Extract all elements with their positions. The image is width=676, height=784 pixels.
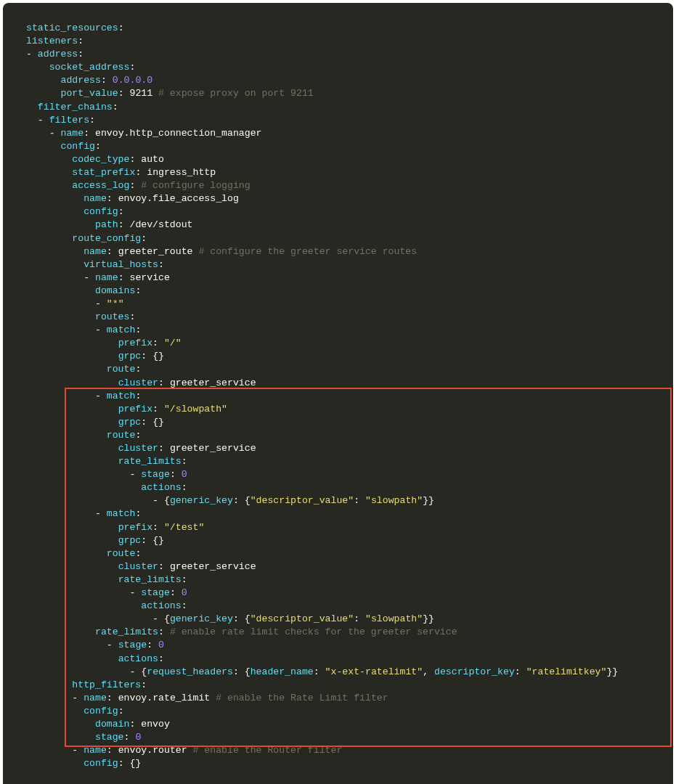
key-config: config [60, 141, 94, 152]
key-listeners: listeners [26, 36, 78, 46]
key-generic-key2: generic_key [170, 613, 233, 624]
key-name2: name [84, 193, 107, 204]
key-grpc2: grpc [118, 417, 142, 428]
val-ratelimitkey: "ratelimitkey" [526, 666, 607, 677]
val-envoy-rate-limit: envoy.rate_limit [118, 693, 211, 703]
key-actions3: actions [118, 653, 158, 664]
key-prefix: prefix [118, 338, 152, 348]
val-stage0b: 0 [182, 587, 187, 598]
key-prefix2: prefix [118, 404, 152, 415]
comment-rate-limit: # enable the Rate Limit filter [216, 693, 388, 703]
key-address: address [38, 49, 78, 60]
key-http-filters: http_filters [72, 679, 141, 690]
key-actions2: actions [141, 600, 181, 611]
val-descriptor-value: "descriptor_value" [251, 495, 354, 506]
val-greeter-service3: greeter_service [170, 561, 256, 572]
key-domain: domain [95, 719, 129, 730]
val-port: 9211 [129, 88, 152, 99]
key-match2: match [107, 391, 136, 401]
val-slowpath2: "slowpath" [365, 613, 423, 624]
key-route-config: route_config [72, 233, 141, 244]
key-name4: name [95, 272, 118, 283]
key-cluster2: cluster [118, 443, 158, 454]
key-path: path [95, 219, 118, 230]
comment-port: # expose proxy on port 9211 [158, 88, 314, 99]
val-greeter-route: greeter_route [118, 246, 193, 257]
key-codec-type: codec_type [72, 154, 129, 165]
val-prefix-root: "/" [164, 338, 182, 348]
key-request-headers: request_headers [147, 666, 233, 677]
key-route2: route [107, 430, 136, 441]
val-greeter-service2: greeter_service [170, 443, 256, 454]
key-stage2: stage [141, 587, 170, 598]
val-stat-prefix: ingress_http [147, 167, 216, 178]
key-static-resources: static_resources [26, 23, 118, 33]
key-name6: name [84, 745, 107, 756]
key-name5: name [84, 693, 107, 703]
val-stage0d: 0 [135, 732, 141, 743]
val-star: "*" [107, 298, 124, 309]
key-match: match [107, 324, 136, 335]
key-domains: domains [95, 285, 135, 296]
key-prefix3: prefix [118, 522, 152, 533]
val-stage0: 0 [182, 469, 187, 480]
key-grpc: grpc [118, 351, 142, 362]
val-service: service [129, 272, 169, 283]
key-address2: address [60, 75, 100, 86]
val-envoy-hcm: envoy.http_connection_manager [95, 128, 262, 139]
key-stat-prefix: stat_prefix [72, 167, 135, 178]
key-rate-limits: rate_limits [118, 456, 182, 467]
key-rate-limits2: rate_limits [118, 574, 182, 585]
val-stage0c: 0 [158, 640, 164, 650]
key-config3: config [84, 706, 118, 716]
key-rate-limits3: rate_limits [95, 626, 158, 637]
key-cluster3: cluster [118, 561, 158, 572]
comment-route-config: # configure the greeter service routes [198, 246, 417, 257]
yaml-code-block: static_resources: listeners: - address: … [3, 3, 673, 784]
key-config4: config [84, 758, 118, 769]
val-codec-type: auto [141, 154, 164, 165]
key-route3: route [107, 548, 136, 559]
key-routes: routes [95, 311, 129, 322]
key-grpc3: grpc [118, 535, 142, 546]
key-socket-address: socket_address [49, 62, 130, 73]
key-access-log: access_log [72, 180, 129, 191]
key-virtual-hosts: virtual_hosts [84, 259, 158, 270]
val-path: /dev/stdout [129, 219, 192, 230]
key-port-value: port_value [60, 88, 118, 99]
val-envoy-fal: envoy.file_access_log [118, 193, 239, 204]
key-filter-chains: filter_chains [38, 102, 113, 113]
key-cluster: cluster [118, 377, 158, 388]
val-prefix-slowpath: "/slowpath" [164, 404, 227, 415]
val-prefix-test: "/test" [164, 522, 204, 533]
key-header-name: header_name [251, 666, 314, 677]
val-slowpath: "slowpath" [365, 495, 423, 506]
val-address: 0.0.0.0 [113, 75, 152, 86]
key-name3: name [84, 246, 107, 257]
key-descriptor-key: descriptor_key [434, 666, 515, 677]
val-envoy: envoy [141, 719, 170, 730]
comment-rate-limits: # enable rate limit checks for the greet… [170, 626, 457, 637]
key-route: route [107, 364, 136, 375]
val-descriptor-value2: "descriptor_value" [251, 613, 354, 624]
val-greeter-service: greeter_service [170, 377, 256, 388]
key-match3: match [107, 508, 136, 519]
key-stage4: stage [95, 732, 124, 743]
comment-access-log: # configure logging [141, 180, 250, 191]
key-filters: filters [49, 115, 89, 126]
key-stage: stage [141, 469, 170, 480]
key-name: name [61, 128, 84, 139]
val-x-ext-ratelimit: "x-ext-ratelimit" [325, 666, 423, 677]
key-generic-key: generic_key [170, 495, 233, 506]
key-stage3: stage [118, 640, 147, 650]
val-envoy-router: envoy.router [118, 745, 187, 756]
comment-router: # enable the Router filter [193, 745, 343, 756]
key-actions: actions [141, 482, 181, 493]
key-config2: config [84, 206, 118, 217]
